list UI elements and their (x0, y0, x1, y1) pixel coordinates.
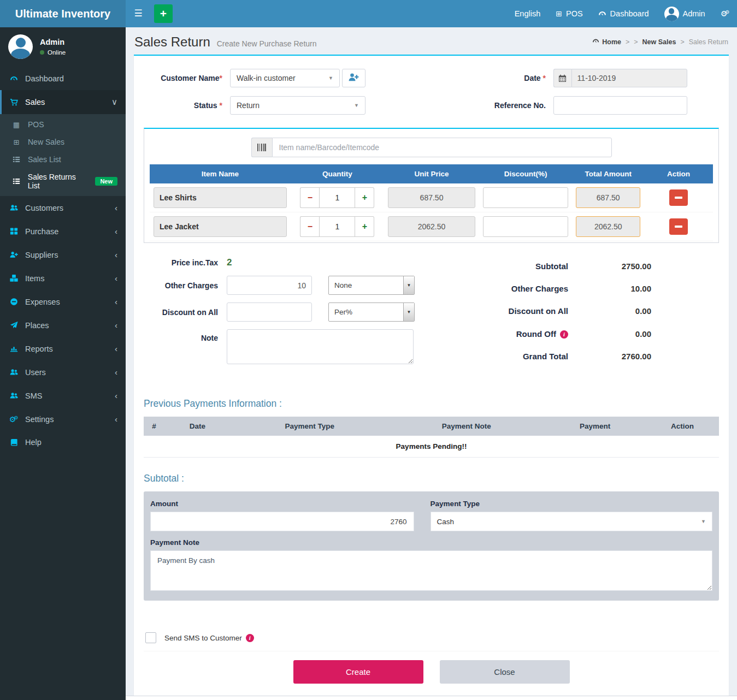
create-button[interactable]: Create (293, 660, 423, 684)
sidebar-item-places[interactable]: Places ‹ (0, 313, 126, 337)
column-header-payment-note: Payment Note (389, 417, 544, 436)
settings-menu[interactable]: ⚙⚙ (713, 0, 737, 27)
content-header: Sales Return Create New Purchase Return … (126, 27, 737, 55)
item-row: − + (150, 212, 713, 241)
subtotal-label: Subtotal (535, 262, 568, 271)
users-icon (8, 391, 19, 400)
discount-on-all-input[interactable] (227, 302, 312, 322)
payment-note-textarea[interactable]: Payment By cash (150, 550, 712, 591)
add-customer-button[interactable] (342, 69, 365, 87)
discount-on-all-total-value: 0.00 (568, 306, 651, 316)
sidebar-item-expenses[interactable]: Expenses ‹ (0, 290, 126, 313)
chevron-down-icon: ∨ (111, 97, 117, 107)
user-menu[interactable]: Admin (657, 0, 713, 27)
previous-payments-heading: Previous Payments Information : (144, 398, 719, 410)
total-row: Other Charges 10.00 (447, 284, 719, 293)
payment-type-select[interactable]: Cash ▼ (431, 512, 712, 531)
menu-icon: ☰ (134, 8, 142, 19)
sidebar-item-reports[interactable]: Reports ‹ (0, 337, 126, 360)
quantity-increase-button[interactable]: + (355, 187, 374, 208)
language-menu[interactable]: English (507, 0, 549, 27)
book-icon (8, 438, 19, 447)
unit-price-input[interactable] (388, 187, 475, 208)
menu-toggle-button[interactable]: ☰ (126, 0, 151, 27)
users-icon (8, 368, 19, 376)
reference-input[interactable] (553, 96, 687, 115)
sidebar-item-settings[interactable]: ⚙⚙ Settings ‹ (0, 407, 126, 431)
chevron-left-icon: ‹ (115, 414, 117, 424)
pos-link[interactable]: ⊞POS (548, 0, 590, 27)
remove-item-button[interactable] (669, 189, 688, 206)
other-charges-type-select[interactable]: None ▼ (328, 276, 415, 295)
date-field-group (553, 69, 687, 87)
sidebar-item-help[interactable]: Help (0, 431, 126, 454)
dashboard-link[interactable]: Dashboard (591, 0, 657, 27)
chevron-left-icon: ‹ (115, 344, 117, 353)
total-row: Grand Total 2760.00 (447, 352, 719, 361)
unit-price-input[interactable] (388, 216, 475, 237)
send-sms-checkbox[interactable] (145, 632, 156, 643)
quantity-increase-button[interactable]: + (355, 216, 374, 237)
sidebar-item-sms[interactable]: SMS ‹ (0, 384, 126, 407)
sidebar-item-users[interactable]: Users ‹ (0, 360, 126, 384)
home-icon (592, 38, 599, 46)
status-label: Status * (144, 101, 230, 110)
date-input[interactable] (571, 69, 687, 87)
discount-input[interactable] (483, 187, 568, 208)
sidebar-item-new-sales[interactable]: ⊞ New Sales (0, 133, 126, 151)
total-row: Round Offi 0.00 (447, 329, 719, 339)
sidebar-item-pos[interactable]: ▦ POS (0, 116, 126, 133)
app-logo[interactable]: Ultimate Inventory (0, 0, 126, 27)
breadcrumb-separator: > (626, 38, 629, 46)
quantity-input[interactable] (319, 216, 355, 237)
grand-total-label: Grand Total (523, 352, 568, 361)
status-select[interactable]: Return▼ (230, 96, 365, 115)
column-header-total-amount: Total Amount (572, 164, 644, 183)
chevron-left-icon: ‹ (115, 250, 117, 259)
top-nav-right: English ⊞POS Dashboard Admin ⚙⚙ (507, 0, 737, 27)
sidebar-item-sales-returns-list[interactable]: Sales Returns List New (0, 168, 126, 194)
item-search-input[interactable] (272, 138, 612, 157)
chevron-left-icon: ‹ (115, 297, 117, 306)
close-button[interactable]: Close (440, 660, 570, 684)
user-plus-icon (349, 72, 359, 84)
discount-type-select[interactable]: Per% ▼ (328, 302, 415, 322)
calendar-icon[interactable] (553, 69, 571, 87)
breadcrumb-current: Sales Return (689, 38, 728, 46)
sidebar-item-items[interactable]: Items ‹ (0, 266, 126, 290)
quantity-input[interactable] (319, 187, 355, 208)
total-row: Subtotal 2750.00 (447, 262, 719, 271)
column-header-index: # (144, 417, 164, 436)
remove-item-button[interactable] (669, 218, 688, 235)
quantity-decrease-button[interactable]: − (300, 187, 319, 208)
sidebar-item-suppliers[interactable]: Suppliers ‹ (0, 243, 126, 266)
sidebar-item-dashboard[interactable]: Dashboard (0, 67, 126, 90)
sidebar-item-sales-list[interactable]: Sales List (0, 151, 126, 168)
note-label: Note (144, 329, 227, 342)
customer-select[interactable]: Walk-in customer▼ (230, 69, 340, 87)
other-charges-input[interactable] (227, 276, 312, 295)
gears-icon: ⚙⚙ (721, 9, 729, 18)
item-name-input[interactable] (154, 187, 287, 208)
sidebar-item-customers[interactable]: Customers ‹ (0, 196, 126, 220)
total-amount-input[interactable] (576, 187, 640, 208)
total-amount-input[interactable] (576, 216, 640, 237)
note-textarea[interactable] (227, 329, 414, 364)
info-icon[interactable]: i (560, 329, 568, 339)
payment-subtotal-heading: Subtotal : (144, 473, 719, 484)
quick-add-button[interactable]: + (154, 4, 173, 23)
breadcrumb-new-sales[interactable]: New Sales (642, 38, 676, 46)
quantity-decrease-button[interactable]: − (300, 216, 319, 237)
subtotal-value: 2750.00 (568, 262, 651, 271)
cubes-icon (8, 274, 19, 282)
column-header-action: Action (646, 417, 719, 436)
online-dot-icon (40, 50, 44, 55)
sidebar-item-sales[interactable]: Sales ∨ (0, 90, 126, 114)
discount-input[interactable] (483, 216, 568, 237)
sidebar-item-purchase[interactable]: Purchase ‹ (0, 220, 126, 243)
breadcrumb-home[interactable]: Home (592, 38, 621, 46)
payments-pending-message: Payments Pending!! (144, 436, 719, 458)
info-icon[interactable]: i (246, 633, 254, 642)
amount-input[interactable] (150, 512, 414, 531)
item-name-input[interactable] (154, 216, 287, 237)
